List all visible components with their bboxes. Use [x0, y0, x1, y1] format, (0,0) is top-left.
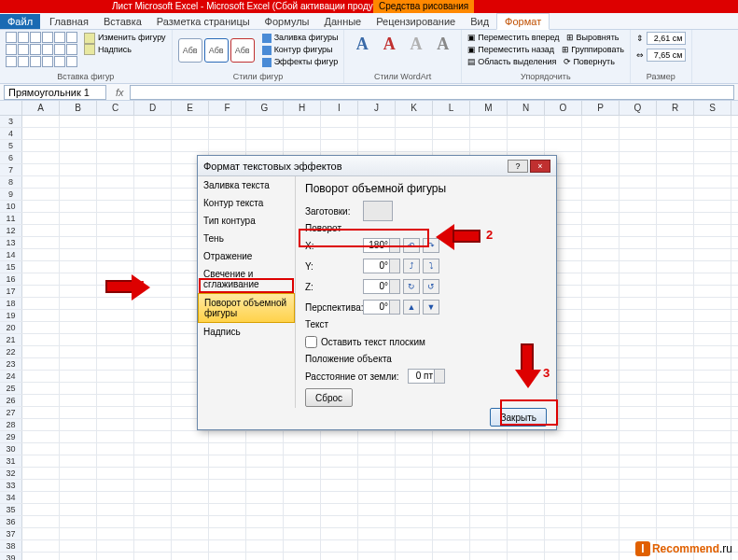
cell[interactable]: [358, 455, 396, 467]
cell[interactable]: [582, 553, 620, 560]
cell[interactable]: [60, 492, 97, 503]
row-header[interactable]: 26: [0, 395, 22, 406]
cell[interactable]: [657, 261, 694, 273]
cell[interactable]: [396, 431, 433, 442]
cell[interactable]: [22, 455, 60, 467]
shape-effects-button[interactable]: Эффекты фигур: [262, 56, 339, 68]
cell[interactable]: [134, 516, 172, 527]
cell[interactable]: [60, 371, 97, 382]
cell[interactable]: [321, 140, 358, 151]
cell[interactable]: [433, 504, 470, 515]
cell[interactable]: [134, 383, 172, 394]
cell[interactable]: [582, 189, 620, 200]
cell[interactable]: [246, 504, 284, 515]
cell[interactable]: [657, 504, 694, 515]
cell[interactable]: [321, 443, 358, 455]
cell[interactable]: [620, 152, 657, 163]
cell[interactable]: [97, 553, 134, 560]
cell[interactable]: [620, 383, 657, 394]
cell[interactable]: [508, 528, 545, 539]
cell[interactable]: [694, 419, 731, 430]
cell[interactable]: [60, 225, 97, 236]
cell[interactable]: [172, 116, 209, 127]
cell[interactable]: [358, 528, 396, 539]
cell[interactable]: [508, 140, 545, 151]
cell[interactable]: [657, 346, 694, 357]
cell[interactable]: [172, 492, 209, 503]
y-rotate-down-icon[interactable]: ⤵: [423, 259, 439, 273]
cell[interactable]: [358, 516, 396, 527]
cell[interactable]: [97, 383, 134, 394]
cell[interactable]: [134, 480, 172, 491]
cell[interactable]: [582, 431, 620, 442]
col-header[interactable]: N: [508, 101, 545, 115]
cell[interactable]: [396, 516, 433, 527]
bring-forward-button[interactable]: Переместить вперед: [478, 33, 559, 42]
cell[interactable]: [620, 431, 657, 442]
cell[interactable]: [97, 225, 134, 236]
cell[interactable]: [97, 298, 134, 309]
cell[interactable]: [657, 249, 694, 260]
cell[interactable]: [321, 504, 358, 515]
col-header[interactable]: L: [433, 101, 470, 115]
cell[interactable]: [134, 395, 172, 406]
cell[interactable]: [321, 468, 358, 479]
cell[interactable]: [657, 152, 694, 163]
cell[interactable]: [582, 322, 620, 333]
cell[interactable]: [694, 128, 731, 139]
col-header[interactable]: B: [60, 101, 97, 115]
cell[interactable]: [246, 116, 284, 127]
cell[interactable]: [657, 128, 694, 139]
cell[interactable]: [97, 431, 134, 442]
cell[interactable]: [60, 249, 97, 260]
cell[interactable]: [582, 528, 620, 539]
cell[interactable]: [60, 128, 97, 139]
cell[interactable]: [545, 516, 582, 527]
row-header[interactable]: 18: [0, 298, 22, 309]
col-header[interactable]: G: [246, 101, 284, 115]
cell[interactable]: [246, 140, 284, 151]
col-header[interactable]: K: [396, 101, 433, 115]
col-header[interactable]: A: [22, 101, 60, 115]
cell[interactable]: [284, 528, 321, 539]
cell[interactable]: [396, 455, 433, 467]
cell[interactable]: [97, 116, 134, 127]
cell[interactable]: [60, 261, 97, 273]
cell[interactable]: [582, 371, 620, 382]
cell[interactable]: [694, 176, 731, 188]
cell[interactable]: [321, 553, 358, 560]
cell[interactable]: [433, 528, 470, 539]
cell[interactable]: [694, 431, 731, 442]
cell[interactable]: [620, 249, 657, 260]
cell[interactable]: [246, 128, 284, 139]
cell[interactable]: [60, 322, 97, 333]
cell[interactable]: [97, 504, 134, 515]
cell[interactable]: [582, 358, 620, 370]
col-header[interactable]: J: [358, 101, 396, 115]
cell[interactable]: [396, 128, 433, 139]
cell[interactable]: [470, 431, 508, 442]
cell[interactable]: [134, 189, 172, 200]
cell[interactable]: [97, 371, 134, 382]
cell[interactable]: [620, 516, 657, 527]
drawing-tools-tab[interactable]: Средства рисования: [373, 0, 474, 13]
cell[interactable]: [582, 261, 620, 273]
col-header[interactable]: F: [209, 101, 246, 115]
cell[interactable]: [22, 164, 60, 175]
wordart-style-1[interactable]: А: [350, 32, 374, 56]
col-header[interactable]: S: [694, 101, 731, 115]
cell[interactable]: [582, 298, 620, 309]
cell[interactable]: [694, 443, 731, 455]
cell[interactable]: [134, 213, 172, 224]
cell[interactable]: [60, 237, 97, 248]
cell[interactable]: [134, 116, 172, 127]
cell[interactable]: [657, 443, 694, 455]
cell[interactable]: [134, 176, 172, 188]
distance-input[interactable]: 0 пт: [408, 369, 445, 384]
cell[interactable]: [209, 553, 246, 560]
cell[interactable]: [694, 371, 731, 382]
col-header[interactable]: P: [582, 101, 620, 115]
cell[interactable]: [97, 128, 134, 139]
cell[interactable]: [657, 468, 694, 479]
cell[interactable]: [620, 201, 657, 212]
